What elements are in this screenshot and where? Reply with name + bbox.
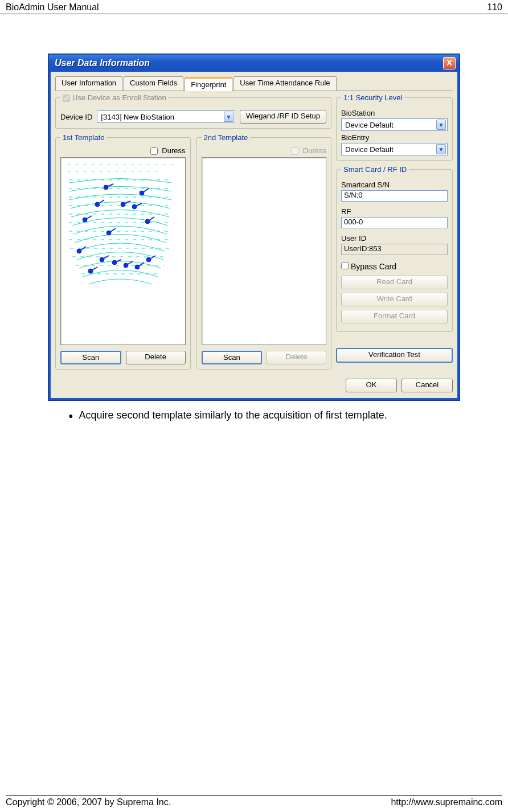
page-header: BioAdmin User Manual 110 bbox=[0, 0, 508, 14]
enroll-group: Use Device as Enroll Station Device ID [… bbox=[55, 93, 331, 129]
biostation-select[interactable]: Device Default ▼ bbox=[341, 118, 448, 131]
wiegand-setup-button[interactable]: Wiegand /RF ID Setup bbox=[240, 110, 326, 124]
userid-label: User ID bbox=[341, 234, 448, 243]
ok-button[interactable]: OK bbox=[346, 379, 397, 392]
bioentry-label: BioEntry bbox=[341, 133, 448, 142]
delete2-button: Delete bbox=[267, 351, 326, 364]
svg-point-24 bbox=[148, 171, 149, 172]
dialog-title: User Data Information bbox=[55, 58, 150, 68]
tab-user-information[interactable]: User Information bbox=[55, 76, 122, 91]
bypass-label: Bypass Card bbox=[351, 262, 396, 271]
svg-point-16 bbox=[84, 171, 85, 172]
enroll-legend-text: Use Device as Enroll Station bbox=[72, 93, 166, 102]
device-id-label: Device ID bbox=[60, 113, 92, 121]
duress1-row: Duress bbox=[60, 146, 186, 155]
svg-point-10 bbox=[148, 164, 149, 165]
second-template-legend: 2nd Template bbox=[202, 133, 251, 142]
svg-point-13 bbox=[172, 164, 173, 165]
delete1-button[interactable]: Delete bbox=[126, 351, 186, 364]
chevron-down-icon: ▼ bbox=[436, 144, 446, 154]
svg-point-25 bbox=[156, 171, 157, 172]
bioentry-select[interactable]: Device Default ▼ bbox=[341, 143, 448, 155]
svg-point-18 bbox=[100, 171, 101, 172]
enroll-legend: Use Device as Enroll Station bbox=[60, 93, 169, 102]
titlebar[interactable]: User Data Information X bbox=[49, 55, 459, 72]
instruction-bullet: Acquire second template similarly to the… bbox=[68, 409, 508, 421]
svg-point-8 bbox=[132, 164, 133, 165]
biostation-label: BioStation bbox=[341, 109, 448, 117]
svg-point-7 bbox=[124, 164, 125, 165]
svg-point-1 bbox=[76, 164, 77, 165]
svg-point-3 bbox=[92, 164, 93, 165]
first-template-legend: 1st Template bbox=[60, 133, 106, 142]
close-icon[interactable]: X bbox=[443, 57, 456, 69]
smartcard-group: Smart Card / RF ID Smartcard S/N S/N:0 R… bbox=[336, 165, 453, 332]
security-level-group: 1:1 Security Level BioStation Device Def… bbox=[336, 93, 453, 161]
duress2-row: Duress bbox=[202, 146, 327, 155]
svg-point-14 bbox=[68, 171, 69, 172]
svg-point-5 bbox=[108, 164, 109, 165]
svg-point-21 bbox=[124, 171, 125, 172]
biostation-value: Device Default bbox=[345, 121, 394, 129]
page-footer: Copyright © 2006, 2007 by Suprema Inc. h… bbox=[6, 795, 502, 807]
fingerprint2-canvas bbox=[202, 157, 327, 345]
svg-point-19 bbox=[108, 171, 109, 172]
fingerprint-icon bbox=[63, 160, 177, 297]
sn-label: Smartcard S/N bbox=[341, 181, 448, 189]
device-id-value: [3143] New BioStation bbox=[101, 113, 174, 121]
svg-point-9 bbox=[140, 164, 141, 165]
svg-point-4 bbox=[100, 164, 101, 165]
smartcard-legend: Smart Card / RF ID bbox=[341, 165, 409, 174]
page-number: 110 bbox=[487, 2, 502, 13]
bioentry-value: Device Default bbox=[345, 145, 394, 154]
manual-title: BioAdmin User Manual bbox=[6, 2, 99, 13]
tab-row: User Information Custom Fields Fingerpri… bbox=[55, 76, 453, 91]
device-id-select[interactable]: [3143] New BioStation ▼ bbox=[97, 110, 235, 123]
duress1-label: Duress bbox=[162, 146, 185, 155]
svg-point-15 bbox=[76, 171, 77, 172]
scan1-button[interactable]: Scan bbox=[60, 351, 121, 364]
svg-point-6 bbox=[116, 164, 117, 165]
duress2-checkbox bbox=[291, 147, 298, 155]
tab-custom-fields[interactable]: Custom Fields bbox=[124, 76, 183, 91]
svg-point-22 bbox=[132, 171, 133, 172]
userid-field: UserID:853 bbox=[341, 244, 448, 255]
svg-point-11 bbox=[156, 164, 157, 165]
read-card-button: Read Card bbox=[341, 276, 448, 289]
chevron-down-icon: ▼ bbox=[436, 120, 446, 130]
duress1-checkbox[interactable] bbox=[150, 147, 158, 155]
verification-test-button[interactable]: Verification Test bbox=[336, 348, 453, 363]
sn-field[interactable]: S/N:0 bbox=[341, 190, 448, 202]
svg-point-20 bbox=[116, 171, 117, 172]
fingerprint1-canvas bbox=[60, 157, 186, 345]
svg-point-0 bbox=[68, 164, 69, 165]
user-data-dialog: User Data Information X User Information… bbox=[48, 54, 460, 400]
first-template-group: 1st Template Duress bbox=[55, 133, 191, 370]
second-template-group: 2nd Template Duress Scan Delete bbox=[196, 133, 332, 370]
write-card-button: Write Card bbox=[341, 293, 448, 306]
bypass-checkbox[interactable] bbox=[341, 262, 349, 269]
scan2-button[interactable]: Scan bbox=[202, 351, 263, 364]
rf-label: RF bbox=[341, 207, 448, 216]
tab-fingerprint[interactable]: Fingerprint bbox=[185, 77, 232, 91]
rf-field[interactable]: 000-0 bbox=[341, 217, 448, 228]
security-legend: 1:1 Security Level bbox=[341, 93, 404, 102]
copyright-text: Copyright © 2006, 2007 by Suprema Inc. bbox=[6, 797, 171, 807]
svg-point-17 bbox=[92, 171, 93, 172]
svg-point-12 bbox=[164, 164, 165, 165]
cancel-button[interactable]: Cancel bbox=[402, 379, 453, 392]
svg-point-2 bbox=[84, 164, 85, 165]
dialog-body: User Information Custom Fields Fingerpri… bbox=[49, 72, 459, 400]
tab-time-attendance[interactable]: User Time Attendance Rule bbox=[233, 76, 336, 91]
svg-point-23 bbox=[140, 171, 141, 172]
chevron-down-icon: ▼ bbox=[224, 112, 233, 122]
enroll-checkbox bbox=[63, 95, 70, 102]
duress2-label: Duress bbox=[303, 146, 326, 155]
footer-url: http://www.supremainc.com bbox=[391, 797, 502, 807]
format-card-button: Format Card bbox=[341, 310, 448, 323]
